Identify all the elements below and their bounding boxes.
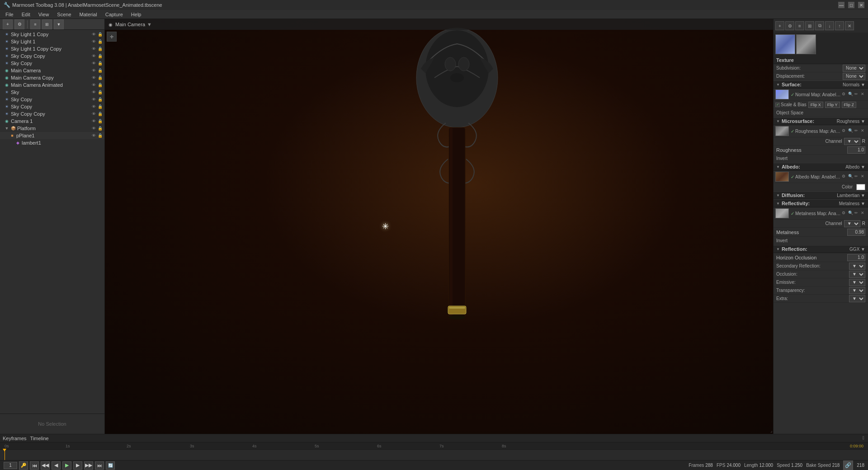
prev-button[interactable]: ◀	[52, 461, 61, 470]
clear-icon[interactable]: ✕	[861, 128, 866, 134]
edit-icon[interactable]: ✏	[854, 211, 860, 216]
surface-section-header[interactable]: ▼ Surface: Normals ▼	[774, 80, 868, 89]
lock-btn[interactable]: 🔒	[97, 61, 103, 66]
menu-edit[interactable]: Edit	[18, 11, 34, 18]
visibility-btn[interactable]: 👁	[91, 53, 96, 59]
visibility-btn[interactable]: 👁	[91, 104, 96, 109]
visibility-btn[interactable]: 👁	[91, 75, 96, 80]
scene-grid-btn[interactable]: ⊞	[42, 19, 52, 29]
viewport[interactable]: ◉ Main Camera ▼ ✛ ✳	[105, 19, 773, 434]
visibility-btn[interactable]: 👁	[91, 97, 96, 102]
settings-icon[interactable]: ⚙	[842, 92, 847, 97]
tree-item-main-camera-copy[interactable]: ◉ Main Camera Copy 👁 🔒	[0, 74, 104, 81]
lock-btn[interactable]: 🔒	[97, 133, 103, 138]
lock-btn[interactable]: 🔒	[97, 104, 103, 109]
emissive-dropdown[interactable]: ▼	[849, 279, 865, 286]
search-icon[interactable]: 🔍	[848, 128, 854, 134]
tree-item-sky-copy-3[interactable]: ☀ Sky Copy 👁 🔒	[0, 103, 104, 110]
microsurface-section-header[interactable]: ▼ Microsurface: Roughness ▼	[774, 117, 868, 125]
menu-view[interactable]: View	[35, 11, 53, 18]
tree-item-sky-copy-copy-2[interactable]: ☀ Sky Copy Copy 👁 🔒	[0, 110, 104, 118]
flip-y-button[interactable]: Flip Y	[825, 102, 840, 108]
search-icon[interactable]: 🔍	[848, 92, 854, 97]
flip-x-button[interactable]: Flip X	[808, 102, 823, 108]
tree-item-sky-copy-2[interactable]: ☀ Sky Copy 👁 🔒	[0, 96, 104, 103]
lock-btn[interactable]: 🔒	[97, 97, 103, 102]
clear-icon[interactable]: ✕	[861, 174, 866, 179]
roughness-value-input[interactable]	[847, 146, 865, 154]
resize-handle[interactable]: ⌟	[770, 428, 772, 433]
tree-item-pplane1[interactable]: ■ pPlane1 👁 🔒	[0, 132, 104, 139]
window-controls[interactable]: — □ ✕	[838, 2, 864, 8]
scale-bias-checkbox[interactable]: ✓	[775, 103, 780, 107]
lock-btn[interactable]: 🔒	[97, 39, 103, 44]
clear-icon[interactable]: ✕	[861, 92, 866, 97]
settings-icon[interactable]: ⚙	[842, 211, 847, 216]
tree-item-sky-light-copy-copy[interactable]: ☀ Sky Light 1 Copy Copy 👁 🔒	[0, 45, 104, 52]
to-start-button[interactable]: ⏮	[30, 461, 39, 470]
edit-icon[interactable]: ✏	[854, 92, 860, 97]
tree-item-sky[interactable]: ☀ Sky 👁 🔒	[0, 89, 104, 96]
rp-icon-delete[interactable]: ✕	[845, 21, 854, 30]
metalness-channel-dropdown[interactable]: ▼	[844, 220, 860, 227]
tree-item-main-camera[interactable]: ◉ Main Camera 👁 🔒	[0, 67, 104, 74]
tree-item-sky-copy-copy[interactable]: ☀ Sky Copy Copy 👁 🔒	[0, 52, 104, 60]
tree-item-sky-light-1-copy[interactable]: ☀ Sky Light 1 Copy 👁 🔒	[0, 31, 104, 38]
visibility-btn[interactable]: 👁	[91, 61, 96, 66]
tree-item-camera-1[interactable]: ◉ Camera 1 👁 🔒	[0, 118, 104, 125]
next-frame-button[interactable]: ▶▶	[84, 461, 93, 470]
search-icon[interactable]: 🔍	[848, 211, 854, 216]
add-object-btn[interactable]: +	[3, 19, 13, 29]
maximize-button[interactable]: □	[848, 2, 854, 8]
visibility-btn[interactable]: 👁	[91, 46, 96, 52]
scene-view-btn[interactable]: ≡	[30, 19, 40, 29]
color-swatch[interactable]	[856, 184, 865, 190]
flip-z-button[interactable]: Flip Z	[842, 102, 857, 108]
rp-icon-grid[interactable]: ⊞	[805, 21, 814, 30]
reflectivity-section-header[interactable]: ▼ Reflectivity: Metalness ▼	[774, 199, 868, 207]
lock-btn[interactable]: 🔒	[97, 111, 103, 117]
secondary-reflection-dropdown[interactable]: ▼	[849, 263, 865, 270]
rp-icon-export[interactable]: ↑	[835, 21, 844, 30]
metalness-value-input[interactable]	[847, 229, 865, 236]
menu-file[interactable]: File	[2, 11, 17, 18]
lock-btn[interactable]: 🔒	[97, 53, 103, 59]
visibility-btn[interactable]: 👁	[91, 68, 96, 73]
visibility-btn[interactable]: 👁	[91, 126, 96, 131]
rp-icon-add[interactable]: +	[775, 21, 784, 30]
lock-btn[interactable]: 🔒	[97, 89, 103, 95]
settings-icon[interactable]: ⚙	[842, 128, 847, 134]
search-icon[interactable]: 🔍	[848, 174, 854, 179]
tree-item-platform[interactable]: ▼ 📦 Platform 👁 🔒	[0, 125, 104, 132]
displacement-dropdown[interactable]: None	[843, 73, 865, 80]
rp-icon-import[interactable]: ↓	[825, 21, 834, 30]
play-button[interactable]: ▶	[62, 461, 71, 470]
loop-button[interactable]: 🔄	[106, 461, 115, 470]
lock-btn[interactable]: 🔒	[97, 118, 103, 124]
tree-item-sky-copy[interactable]: ☀ Sky Copy 👁 🔒	[0, 60, 104, 67]
rp-icon-copy[interactable]: ⧉	[815, 21, 824, 30]
texture-section-header[interactable]: Texture	[774, 56, 868, 64]
tree-item-main-camera-animated[interactable]: ◉ Main Camera Animated 👁 🔒	[0, 81, 104, 89]
occlusion-dropdown[interactable]: ▼	[849, 271, 865, 278]
visibility-btn[interactable]: 👁	[91, 39, 96, 44]
edit-icon[interactable]: ✏	[854, 174, 860, 179]
edit-icon[interactable]: ✏	[854, 128, 860, 134]
link-button[interactable]: 🔗	[843, 461, 853, 470]
scene-settings-btn[interactable]: ⚙	[14, 19, 24, 29]
subdivision-dropdown[interactable]: None	[843, 65, 865, 72]
horizon-occlusion-input[interactable]	[847, 254, 865, 261]
settings-icon[interactable]: ⚙	[842, 174, 847, 179]
scale-bias-checkbox-label[interactable]: ✓ Scale & Bias	[775, 102, 807, 107]
frame-input[interactable]	[4, 462, 17, 469]
tree-item-lambert1[interactable]: ◆ lambert1	[0, 139, 104, 146]
rp-icon-settings[interactable]: ⚙	[785, 21, 794, 30]
to-end-button[interactable]: ⏭	[95, 461, 104, 470]
menu-material[interactable]: Material	[76, 11, 101, 18]
prev-frame-button[interactable]: ◀◀	[41, 461, 50, 470]
visibility-btn[interactable]: 👁	[91, 32, 96, 37]
lock-btn[interactable]: 🔒	[97, 75, 103, 80]
visibility-btn[interactable]: 👁	[91, 111, 96, 117]
key-button[interactable]: 🔑	[19, 461, 28, 470]
rp-icon-layers[interactable]: ≡	[795, 21, 804, 30]
